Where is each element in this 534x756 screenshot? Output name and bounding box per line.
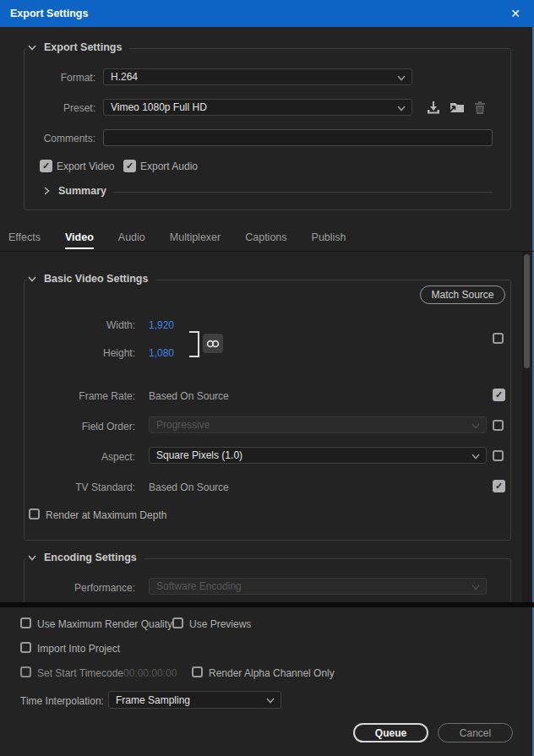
field-order-value: Progressive	[156, 419, 210, 431]
tv-standard-checkbox[interactable]	[493, 480, 505, 492]
render-alpha-label: Render Alpha Channel Only	[209, 667, 335, 679]
tab-divider	[0, 251, 534, 252]
import-into-project-checkbox[interactable]	[20, 642, 31, 653]
width-value[interactable]: 1,920	[149, 319, 174, 331]
basic-video-settings-header[interactable]: Basic Video Settings	[26, 273, 155, 285]
encoding-settings-title: Encoding Settings	[44, 552, 137, 563]
tab-multiplexer[interactable]: Multiplexer	[170, 231, 221, 249]
export-settings-header[interactable]: Export Settings	[26, 41, 129, 53]
export-audio-label: Export Audio	[140, 160, 198, 172]
scrollbar-track[interactable]	[522, 252, 531, 602]
use-max-render-quality-checkbox[interactable]	[20, 617, 31, 628]
use-max-render-quality-label: Use Maximum Render Quality	[37, 618, 172, 630]
width-label: Width:	[106, 319, 135, 331]
field-order-dropdown: Progressive	[149, 416, 487, 433]
format-dropdown[interactable]: H.264	[103, 68, 412, 85]
aspect-value: Square Pixels (1.0)	[156, 449, 242, 461]
timecode-value: 00:00:00:00	[123, 667, 177, 679]
size-bracket	[189, 356, 199, 357]
size-checkbox[interactable]	[493, 333, 504, 344]
export-settings-dialog: Export Settings ✕ Export Settings Format…	[0, 0, 534, 756]
height-value[interactable]: 1,080	[149, 347, 174, 359]
performance-dropdown: Software Encoding	[149, 578, 487, 595]
tab-captions[interactable]: Captions	[245, 231, 286, 249]
export-settings-title: Export Settings	[44, 41, 122, 53]
field-order-label: Field Order:	[82, 421, 135, 432]
time-interpolation-value: Frame Sampling	[116, 694, 190, 706]
size-bracket	[198, 331, 199, 357]
performance-label: Performance:	[74, 582, 135, 594]
aspect-dropdown[interactable]: Square Pixels (1.0)	[149, 447, 487, 464]
link-icon[interactable]	[203, 334, 223, 353]
performance-value: Software Encoding	[156, 580, 242, 592]
preset-dropdown[interactable]: Vimeo 1080p Full HD	[103, 99, 412, 116]
import-preset-icon[interactable]	[448, 99, 465, 116]
chevron-down-icon	[471, 423, 480, 429]
basic-video-settings-title: Basic Video Settings	[44, 273, 148, 285]
chevron-down-icon	[397, 106, 406, 111]
time-interpolation-dropdown[interactable]: Frame Sampling	[108, 691, 281, 709]
tab-publish[interactable]: Publish	[312, 231, 346, 249]
chevron-down-icon	[28, 45, 36, 51]
queue-button[interactable]: Queue	[353, 723, 428, 742]
set-start-timecode-label: Set Start Timecode	[37, 667, 123, 679]
use-previews-label: Use Previews	[189, 618, 251, 630]
delete-preset-icon[interactable]	[471, 99, 488, 116]
aspect-checkbox[interactable]	[493, 450, 504, 461]
export-video-checkbox[interactable]	[40, 160, 52, 172]
close-icon[interactable]: ✕	[497, 0, 534, 27]
chevron-down-icon	[266, 698, 275, 704]
preset-value: Vimeo 1080p Full HD	[111, 101, 207, 113]
height-label: Height:	[103, 347, 135, 359]
summary-title: Summary	[58, 185, 106, 197]
tab-effects[interactable]: Effects	[8, 231, 41, 249]
render-max-depth-checkbox[interactable]	[29, 509, 40, 519]
field-order-checkbox[interactable]	[493, 420, 504, 431]
aspect-label: Aspect:	[101, 451, 135, 463]
render-max-depth-label: Render at Maximum Depth	[46, 509, 166, 521]
tv-standard-value: Based On Source	[149, 481, 229, 493]
frame-rate-value: Based On Source	[149, 390, 229, 402]
preset-label: Preset:	[63, 102, 95, 114]
titlebar: Export Settings	[0, 0, 534, 27]
frame-rate-checkbox[interactable]	[493, 389, 505, 401]
format-value: H.264	[111, 71, 138, 83]
import-into-project-label: Import Into Project	[37, 643, 120, 655]
encoding-settings-header[interactable]: Encoding Settings	[26, 552, 144, 563]
summary-line	[112, 192, 493, 193]
tab-bar: Effects Video Audio Multiplexer Captions…	[0, 229, 534, 251]
chevron-down-icon	[397, 75, 406, 81]
chevron-down-icon	[471, 454, 480, 460]
tab-audio[interactable]: Audio	[118, 231, 145, 249]
format-label: Format:	[61, 72, 95, 84]
cancel-button[interactable]: Cancel	[438, 723, 513, 742]
chevron-down-icon	[28, 276, 36, 282]
save-preset-icon[interactable]	[425, 99, 442, 116]
basic-video-settings-group: Basic Video Settings	[24, 280, 511, 541]
panel-divider	[0, 602, 534, 607]
comments-label: Comments:	[44, 133, 95, 144]
window-title: Export Settings	[0, 8, 88, 19]
chevron-down-icon	[28, 555, 36, 561]
tv-standard-label: TV Standard:	[75, 481, 135, 493]
export-video-label: Export Video	[57, 160, 115, 172]
scrollbar-thumb[interactable]	[524, 254, 530, 368]
render-alpha-checkbox[interactable]	[192, 666, 203, 677]
comments-input[interactable]	[103, 129, 493, 146]
use-previews-checkbox[interactable]	[172, 617, 183, 628]
match-source-button[interactable]: Match Source	[420, 286, 505, 304]
time-interpolation-label: Time Interpolation:	[20, 695, 104, 707]
chevron-right-icon	[44, 187, 50, 195]
set-start-timecode-checkbox[interactable]	[20, 666, 31, 677]
export-audio-checkbox[interactable]	[123, 160, 136, 172]
tab-video[interactable]: Video	[65, 231, 94, 249]
chevron-down-icon	[471, 585, 480, 590]
frame-rate-label: Frame Rate:	[79, 390, 135, 402]
summary-header[interactable]: Summary	[44, 185, 106, 197]
